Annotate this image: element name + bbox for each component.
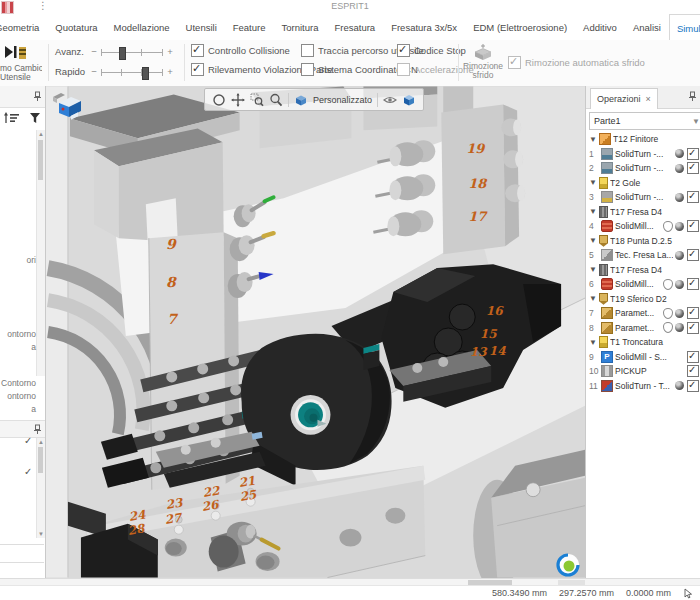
- tab-fresatura[interactable]: Fresatura: [326, 14, 383, 40]
- tab-edm-elettroerosione-[interactable]: EDM (Elettroerosione): [465, 14, 575, 40]
- tree-group-row[interactable]: ▼T18 Punta D.2.5: [586, 234, 700, 249]
- zoom-icon[interactable]: [269, 93, 283, 107]
- slider-handle[interactable]: [142, 67, 149, 80]
- machine-status-icon[interactable]: [51, 91, 85, 121]
- tab-feature[interactable]: Feature: [225, 14, 274, 40]
- pan-icon[interactable]: [231, 93, 245, 107]
- operation-checkbox[interactable]: [687, 162, 699, 174]
- chevron-down-icon[interactable]: ▼: [589, 135, 597, 144]
- simulation-viewport[interactable]: 987191817161513142125222623272428: [46, 86, 585, 578]
- zoom-window-icon[interactable]: [250, 93, 264, 107]
- operation-checkbox[interactable]: [687, 322, 699, 334]
- operation-checkbox[interactable]: [687, 220, 699, 232]
- checkbox-box[interactable]: [397, 63, 410, 76]
- slider-handle[interactable]: [119, 47, 126, 60]
- operation-checkbox[interactable]: [687, 148, 699, 160]
- sort-icon[interactable]: [3, 112, 19, 124]
- tree-operation-row[interactable]: 3SolidTurn -...: [586, 190, 700, 205]
- operation-label: Tec. Fresa La...: [615, 250, 673, 260]
- slider-minus-button[interactable]: −: [89, 46, 99, 57]
- visibility-eye-icon[interactable]: [383, 93, 397, 107]
- tree-operation-row[interactable]: 1SolidTurn -...: [586, 147, 700, 162]
- pin-icon[interactable]: [33, 424, 42, 435]
- slider-track[interactable]: [101, 66, 163, 78]
- operation-checkbox[interactable]: [687, 278, 699, 290]
- tree-operation-row[interactable]: 8Paramet...: [586, 321, 700, 336]
- next-tool-change-icon[interactable]: [4, 44, 30, 62]
- machine-3d-scene[interactable]: 987191817161513142125222623272428: [46, 86, 585, 578]
- slider-plus-button[interactable]: +: [165, 66, 175, 77]
- tab-simulazione[interactable]: Simulazione: [669, 14, 700, 41]
- tab-additivo[interactable]: Additivo: [575, 14, 625, 40]
- slider-track[interactable]: [101, 46, 163, 58]
- orbit-icon[interactable]: [212, 93, 226, 107]
- operation-icon: [601, 148, 613, 160]
- feature-item-fragment[interactable]: Contorno: [1, 378, 36, 388]
- ribbon-separator: [458, 44, 459, 81]
- operation-checkbox[interactable]: [687, 380, 699, 392]
- tree-operation-row[interactable]: 9PSolidMill - S...: [586, 350, 700, 365]
- tree-group-row[interactable]: ▼T19 Sferico D2: [586, 292, 700, 307]
- checkbox-box[interactable]: [191, 44, 204, 57]
- checkbox-box[interactable]: [301, 44, 314, 57]
- chevron-down-icon[interactable]: ▼: [589, 338, 597, 347]
- tree-group-row[interactable]: ▼T1 Troncatura: [586, 335, 700, 350]
- feature-item-fragment[interactable]: a: [31, 342, 36, 352]
- tab-tornitura[interactable]: Tornitura: [274, 14, 327, 40]
- tree-group-row[interactable]: ▼T17 Fresa D4: [586, 205, 700, 220]
- operation-checkbox[interactable]: [687, 307, 699, 319]
- checkbox-box[interactable]: [301, 63, 314, 76]
- tab-modellazione[interactable]: Modellazione: [106, 14, 178, 40]
- feature-item-fragment[interactable]: ontorno: [7, 391, 36, 401]
- feature-item-fragment[interactable]: a: [31, 404, 36, 414]
- view-selector[interactable]: Personalizzato: [313, 95, 372, 105]
- left-scrollbar-2[interactable]: ▲ ▼: [36, 438, 45, 538]
- chevron-down-icon[interactable]: ▼: [589, 207, 597, 216]
- tree-operation-row[interactable]: 7Paramet...: [586, 306, 700, 321]
- chevron-down-icon[interactable]: ▼: [589, 265, 597, 274]
- operation-label: SolidMill...: [615, 221, 661, 231]
- tree-operation-row[interactable]: 4SolidMill...: [586, 219, 700, 234]
- left-bottom-field[interactable]: [0, 544, 44, 562]
- slider-plus-button[interactable]: +: [165, 46, 175, 57]
- checkbox-box[interactable]: [397, 44, 410, 57]
- part-selector-dropdown[interactable]: Parte1 ▼: [589, 112, 700, 130]
- operations-tab[interactable]: Operazioni ×: [590, 88, 658, 109]
- filter-icon[interactable]: [29, 112, 41, 124]
- checkbox-box[interactable]: [508, 56, 521, 69]
- tree-operation-row[interactable]: 10PICKUP: [586, 364, 700, 379]
- pin-icon[interactable]: [33, 91, 42, 102]
- operation-checkbox[interactable]: [687, 365, 699, 377]
- tree-operation-row[interactable]: 5Tec. Fresa La...: [586, 248, 700, 263]
- chevron-down-icon[interactable]: ▼: [589, 178, 597, 187]
- tab-quotatura[interactable]: Quotatura: [47, 14, 105, 40]
- shaded-cube-icon[interactable]: [402, 93, 416, 107]
- operation-checkbox[interactable]: [687, 191, 699, 203]
- left-scrollbar[interactable]: ▲: [36, 130, 45, 376]
- tree-group-row[interactable]: ▼T17 Fresa D4: [586, 263, 700, 278]
- feature-item-fragment[interactable]: ontorno: [7, 329, 36, 339]
- tab-analisi[interactable]: Analisi: [625, 14, 669, 40]
- close-icon[interactable]: ×: [646, 94, 651, 104]
- checkbox-box[interactable]: [191, 63, 204, 76]
- operation-checkbox[interactable]: [687, 249, 699, 261]
- tree-operation-row[interactable]: 11SolidTurn - T...: [586, 379, 700, 394]
- next-tool-change-label[interactable]: mo Cambio Utensile: [0, 64, 42, 82]
- view-cube-icon[interactable]: [294, 93, 308, 107]
- tree-group-row[interactable]: ▼T2 Gole: [586, 176, 700, 191]
- pin-icon[interactable]: [688, 91, 697, 102]
- chevron-down-icon[interactable]: ▼: [589, 236, 597, 245]
- tab-utensili[interactable]: Utensili: [178, 14, 225, 40]
- chevron-down-icon[interactable]: ▼: [589, 294, 597, 303]
- operation-checkbox[interactable]: [687, 351, 699, 363]
- feature-item-fragment[interactable]: ori: [27, 255, 36, 265]
- tab-geometria[interactable]: Geometria: [0, 14, 47, 40]
- waste-removal-button[interactable]: Rimozione sfrido: [462, 43, 504, 84]
- checkbox-rimozione-automatica-sfrido[interactable]: Rimozione automatica sfrido: [508, 56, 645, 69]
- tree-operation-row[interactable]: 2SolidTurn -...: [586, 161, 700, 176]
- slider-minus-button[interactable]: −: [89, 66, 99, 77]
- tree-operation-row[interactable]: 6SolidMill...: [586, 277, 700, 292]
- tab-fresatura-3x-5x[interactable]: Fresatura 3x/5x: [383, 14, 465, 40]
- left-bottom-field[interactable]: [0, 562, 44, 578]
- tree-group-row[interactable]: ▼T12 Finitore: [586, 132, 700, 147]
